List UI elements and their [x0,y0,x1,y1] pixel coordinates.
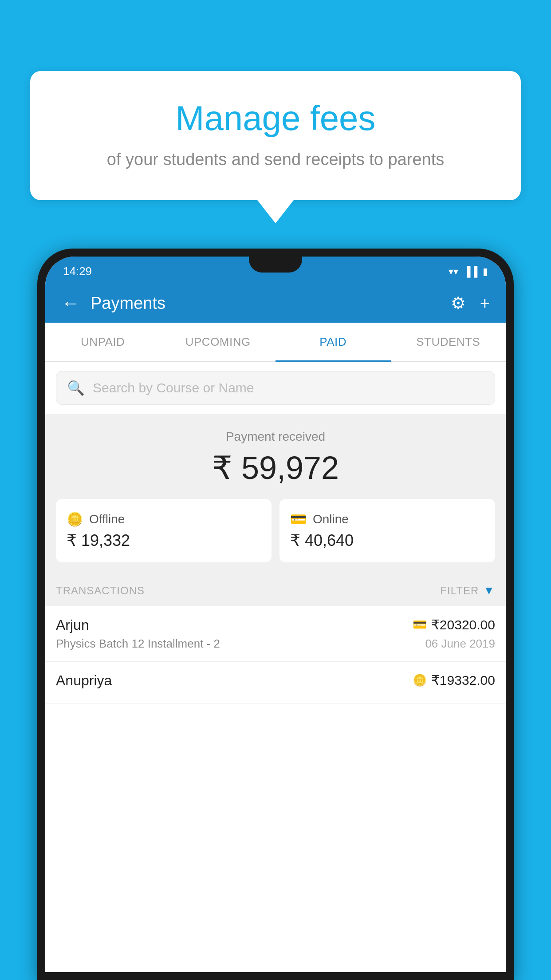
offline-label: Offline [89,512,125,526]
tab-paid[interactable]: PAID [276,323,391,361]
filter-icon: ▼ [483,584,495,597]
status-time: 14:29 [63,265,92,278]
transaction-course: Physics Batch 12 Installment - 2 [56,637,220,651]
app-bar-actions: ⚙ + [451,293,490,313]
battery-icon: ▮ [483,266,488,277]
phone-screen: 14:29 ▾▾ ▐▐ ▮ ← Payments ⚙ + UNPAID UPCO… [45,257,506,972]
online-card: 💳 Online ₹ 40,640 [279,499,495,562]
app-bar: ← Payments ⚙ + [45,284,506,323]
bubble-subtitle: of your students and send receipts to pa… [52,150,499,169]
settings-icon[interactable]: ⚙ [451,293,466,313]
filter-label: FILTER [440,585,479,597]
speech-bubble: Manage fees of your students and send re… [30,71,521,200]
tab-unpaid[interactable]: UNPAID [45,323,161,361]
filter-button[interactable]: FILTER ▼ [440,584,495,597]
phone-notch [249,257,302,273]
app-title: Payments [91,294,451,313]
add-icon[interactable]: + [480,294,490,313]
bubble-title: Manage fees [52,98,499,139]
transaction-row[interactable]: Anupriya 🪙 ₹19332.00 [45,662,506,703]
search-bar[interactable]: 🔍 Search by Course or Name [56,371,495,405]
transactions-list: Arjun 💳 ₹20320.00 Physics Batch 12 Insta… [45,606,506,972]
transaction-name: Anupriya [56,672,112,689]
status-icons: ▾▾ ▐▐ ▮ [449,266,488,277]
wifi-icon: ▾▾ [449,266,458,277]
tab-upcoming[interactable]: UPCOMING [161,323,276,361]
phone-frame: 14:29 ▾▾ ▐▐ ▮ ← Payments ⚙ + UNPAID UPCO… [37,249,514,980]
offline-amount: ₹ 19,332 [67,531,261,550]
search-container: 🔍 Search by Course or Name [45,362,506,414]
search-input[interactable]: Search by Course or Name [93,380,254,395]
offline-icon: 🪙 [67,511,83,527]
payment-type-icon: 💳 [413,618,427,632]
transaction-row[interactable]: Arjun 💳 ₹20320.00 Physics Batch 12 Insta… [45,606,506,662]
transaction-amount: ₹20320.00 [431,617,495,632]
online-icon: 💳 [290,511,307,527]
transactions-label: TRANSACTIONS [56,585,145,597]
search-icon: 🔍 [67,379,85,396]
offline-card: 🪙 Offline ₹ 19,332 [56,499,272,562]
tab-students[interactable]: STUDENTS [391,323,506,361]
online-label: Online [313,512,349,526]
payment-cards: 🪙 Offline ₹ 19,332 💳 Online ₹ 40,640 [45,499,506,575]
signal-icon: ▐▐ [464,266,477,277]
payment-summary: Payment received ₹ 59,972 [45,414,506,499]
transaction-amount: ₹19332.00 [431,672,495,688]
tabs: UNPAID UPCOMING PAID STUDENTS [45,323,506,362]
transaction-date: 06 June 2019 [425,637,495,651]
payment-received-label: Payment received [56,430,495,444]
transactions-header: TRANSACTIONS FILTER ▼ [45,575,506,606]
back-button[interactable]: ← [61,292,80,314]
payment-total-amount: ₹ 59,972 [56,449,495,486]
payment-type-icon: 🪙 [413,673,427,687]
online-amount: ₹ 40,640 [290,531,484,550]
transaction-name: Arjun [56,617,89,633]
